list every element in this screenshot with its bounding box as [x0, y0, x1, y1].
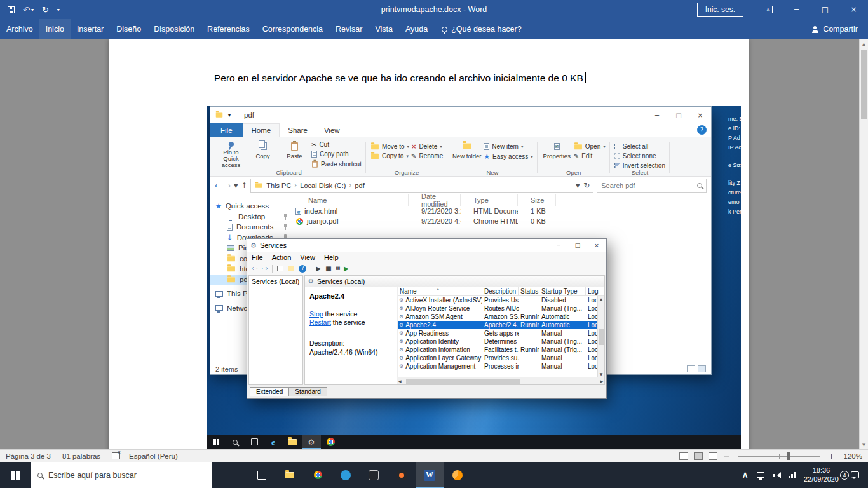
service-row[interactable]: ⚙Application Layer Gateway ... Provides …: [398, 354, 604, 362]
column-type[interactable]: Type: [461, 194, 518, 206]
ribbon-display-options-button[interactable]: ∧: [754, 0, 782, 19]
copy-button[interactable]: Copy: [248, 139, 278, 168]
tell-me-box[interactable]: ¿Qué desea hacer?: [434, 19, 529, 39]
standard-tab[interactable]: Standard: [288, 387, 327, 396]
refresh-button[interactable]: ↻: [583, 181, 590, 190]
close-button[interactable]: ×: [839, 0, 868, 19]
delete-button[interactable]: ×Delete▾: [411, 143, 443, 150]
edit-button[interactable]: ✎Edit: [574, 152, 606, 159]
sidebar-desktop[interactable]: Desktop: [210, 212, 292, 222]
service-row[interactable]: ⚙Application Identity Determines ...Manu…: [398, 337, 604, 346]
zoom-out-button[interactable]: −: [723, 451, 730, 461]
file-explorer-button[interactable]: [283, 435, 302, 449]
action-center-button[interactable]: 4: [847, 469, 862, 482]
column-size[interactable]: Size: [518, 194, 556, 206]
select-none-button[interactable]: Select none: [614, 152, 665, 159]
scroll-down-button[interactable]: ▼: [860, 440, 868, 449]
explorer-view-tab[interactable]: View: [316, 123, 348, 137]
breadcrumb-local-disk[interactable]: Local Disk (C:): [300, 182, 346, 189]
app-button-blue[interactable]: [332, 462, 360, 488]
pause-service-button[interactable]: ▮▮: [336, 266, 340, 271]
tab-revisar[interactable]: Revisar: [329, 19, 369, 39]
service-row[interactable]: ⚙Application Management Processes in...M…: [398, 362, 604, 370]
proofing-errors-icon[interactable]: [112, 452, 120, 459]
tab-referencias[interactable]: Referencias: [201, 19, 256, 39]
column-date-modified[interactable]: Date modified: [409, 194, 461, 206]
services-tree-pane[interactable]: Services (Local): [248, 275, 303, 385]
file-row-juanjo-pdf[interactable]: juanjo.pdf 9/21/2020 4:44 PM Chrome HTML…: [293, 216, 711, 226]
paste-button[interactable]: Paste: [280, 139, 309, 168]
undo-button[interactable]: ↶▾: [23, 5, 34, 15]
language-indicator[interactable]: Español (Perú): [129, 452, 178, 460]
tab-insertar[interactable]: Insertar: [71, 19, 110, 39]
console-back-button[interactable]: ⇦: [252, 265, 257, 272]
explorer-share-tab[interactable]: Share: [280, 123, 316, 137]
extended-tab[interactable]: Extended: [250, 387, 289, 396]
services-vertical-scrollbar[interactable]: ▲ ▼: [597, 296, 604, 377]
new-item-button[interactable]: New item▾: [484, 143, 533, 150]
chrome-button[interactable]: [321, 435, 340, 449]
signal-tray-icon[interactable]: [789, 472, 796, 478]
taskbar-clock[interactable]: 18:36 22/09/2020: [804, 466, 839, 484]
explorer-maximize-button[interactable]: □: [668, 107, 689, 123]
print-layout-button[interactable]: [694, 452, 703, 460]
tab-correspondencia[interactable]: Correspondencia: [256, 19, 329, 39]
large-icons-view-button[interactable]: [698, 365, 706, 372]
tab-diseno[interactable]: Diseño: [110, 19, 147, 39]
web-layout-button[interactable]: [709, 452, 717, 460]
read-mode-button[interactable]: [679, 452, 688, 460]
forward-button[interactable]: →: [224, 181, 231, 190]
menu-action[interactable]: Action: [268, 254, 296, 261]
zoom-slider-thumb[interactable]: [787, 452, 790, 460]
tab-inicio[interactable]: Inicio: [39, 19, 71, 39]
services-close-button[interactable]: ×: [587, 239, 606, 252]
explorer-search-input[interactable]: Search pdf: [597, 179, 707, 193]
task-view-button[interactable]: [248, 462, 276, 488]
explorer-close-button[interactable]: ×: [689, 107, 711, 123]
app-button-orange[interactable]: [444, 462, 471, 488]
explorer-help-button[interactable]: ?: [697, 125, 707, 135]
volume-tray-icon[interactable]: [773, 472, 780, 478]
console-help-button[interactable]: ?: [299, 265, 306, 273]
tab-ayuda[interactable]: Ayuda: [399, 19, 434, 39]
easy-access-button[interactable]: ★Easy access▾: [484, 152, 533, 161]
scroll-thumb[interactable]: [599, 329, 604, 345]
scroll-thumb[interactable]: [406, 379, 520, 384]
search-button[interactable]: [226, 435, 245, 449]
copy-path-button[interactable]: Copy path: [311, 151, 362, 158]
show-hidden-icons-button[interactable]: ∧: [742, 469, 749, 481]
select-all-button[interactable]: Select all: [614, 143, 665, 150]
zoom-level[interactable]: 120%: [841, 452, 862, 460]
scroll-down-icon[interactable]: ▼: [600, 372, 603, 376]
internet-explorer-button[interactable]: e: [264, 435, 283, 449]
start-service-button[interactable]: ▶: [316, 266, 321, 272]
up-button[interactable]: ↑: [241, 181, 247, 190]
paste-shortcut-button[interactable]: Paste shortcut: [311, 160, 362, 168]
new-folder-button[interactable]: New folder: [452, 139, 482, 168]
sign-in-button[interactable]: Inic. ses.: [697, 3, 743, 17]
console-forward-button[interactable]: ⇨: [262, 265, 268, 272]
service-row-apache-selected[interactable]: ⚙Apache2.4 Apache/2.4....RunningAutomati…: [398, 321, 604, 329]
services-horizontal-scrollbar[interactable]: ◀ ▶: [397, 377, 604, 384]
restart-service-button[interactable]: ▶: [344, 266, 349, 272]
menu-view[interactable]: View: [295, 254, 320, 261]
service-row[interactable]: ⚙AllJoyn Router Service Routes AllJo...M…: [398, 304, 604, 313]
taskbar-search-input[interactable]: [48, 471, 205, 480]
open-button[interactable]: Open▾: [574, 143, 606, 150]
network-tray-icon[interactable]: [757, 472, 764, 478]
chrome-button[interactable]: [304, 462, 332, 488]
invert-selection-button[interactable]: Invert selection: [614, 162, 665, 169]
service-row[interactable]: ⚙Amazon SSM Agent Amazon SS...RunningAut…: [398, 313, 604, 321]
taskbar-search[interactable]: [31, 462, 212, 488]
scroll-up-icon[interactable]: ▲: [600, 297, 603, 301]
stop-service-button[interactable]: ■: [325, 266, 331, 272]
customize-qat-button[interactable]: ▾: [57, 7, 60, 13]
explorer-minimize-button[interactable]: ─: [646, 107, 668, 123]
back-button[interactable]: ←: [215, 181, 221, 190]
app-button-orange-dot[interactable]: [388, 462, 416, 488]
save-button[interactable]: [8, 6, 15, 13]
maximize-button[interactable]: □: [811, 0, 839, 19]
services-column-description[interactable]: Description: [482, 287, 519, 295]
word-scrollbar[interactable]: ▲ ▼: [859, 39, 868, 449]
services-minimize-button[interactable]: ─: [549, 239, 568, 252]
